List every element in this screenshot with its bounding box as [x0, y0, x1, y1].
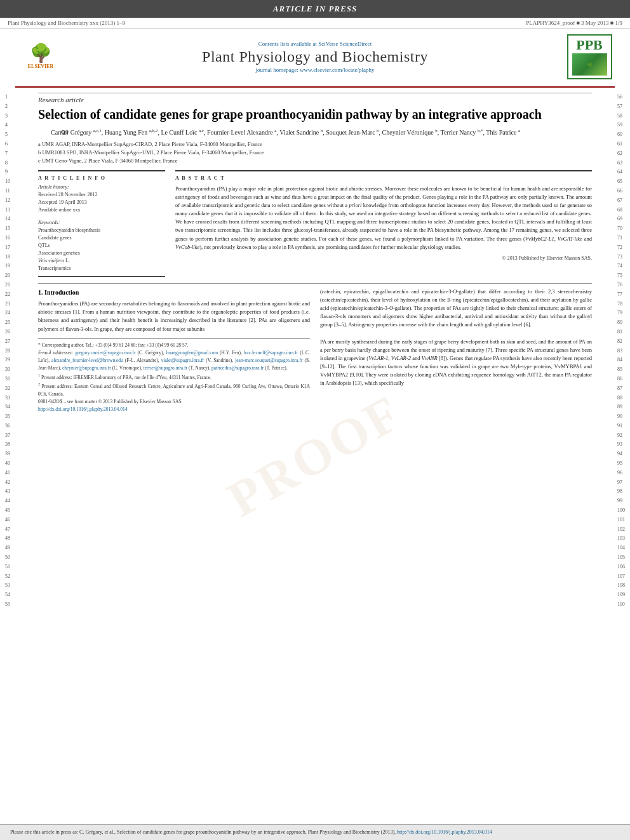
available-online: Available online xxx	[38, 206, 165, 214]
line-numbers-left: 12345 678910 1112131415 1617181920 21222…	[5, 93, 10, 610]
body-col-right: (catechin, epicatechin, epigallocatechin…	[320, 288, 592, 413]
article-type: Research article	[38, 93, 592, 103]
journal-title-area: Contents lists available at SciVerse Sci…	[66, 41, 564, 73]
homepage-prefix: journal homepage:	[256, 67, 300, 73]
article-info-box: A R T I C L E I N F O Article history: R…	[38, 170, 165, 277]
history-label: Article history:	[38, 183, 165, 191]
banner-text: ARTICLE IN PRESS	[273, 4, 357, 13]
ppb-image: 🌿	[572, 53, 607, 76]
journal-homepage: journal homepage: www.elsevier.com/locat…	[66, 67, 564, 73]
sciverse-link[interactable]: Contents lists available at SciVerse Sci…	[66, 41, 564, 47]
keyword-1: Proanthocyanidin biosynthesis	[38, 227, 165, 234]
doi-link[interactable]: http://dx.doi.org/10.1016/j.plaphy.2013.…	[38, 406, 127, 412]
authors-list: Q3 Carrier Grégory a,c,1, Huang Yung Fen…	[38, 128, 592, 138]
page: ARTICLE IN PRESS Plant Physiology and Bi…	[0, 0, 630, 840]
sciverse-prefix: Contents lists available at	[258, 41, 318, 47]
journal-header: 🌳 ELSEVIER Contents lists available at S…	[15, 31, 615, 88]
keyword-3: QTLs	[38, 242, 165, 250]
article-info-col: A R T I C L E I N F O Article history: R…	[38, 170, 165, 277]
keyword-5: Vitis vinifera L.	[38, 257, 165, 265]
affiliation-a: a UMR AGAP, INRA-Montpellier SupAgro-CIR…	[38, 140, 592, 149]
intro-para2-right: PA are mostly synthesized during the ear…	[320, 338, 592, 388]
homepage-url[interactable]: www.elsevier.com/locate/plaphy	[300, 67, 374, 73]
footnote1: 1 Present address: IFREMER Laboratory of…	[38, 372, 310, 382]
abstract-box: A B S T R A C T Proanthocyanidins (PA) p…	[175, 170, 592, 261]
sciverse-link-text[interactable]: SciVerse ScienceDirect	[318, 41, 372, 47]
keyword-6: Transcriptomics	[38, 265, 165, 272]
received-date: Received 28 November 2012	[38, 191, 165, 199]
abstract-title: A B S T R A C T	[175, 175, 592, 181]
keywords-label: Keywords:	[38, 219, 165, 227]
accepted-date: Accepted 19 April 2013	[38, 199, 165, 206]
body-two-col: 1. Introduction Proanthocyanidins (PA) a…	[38, 288, 592, 413]
ppb-label: PPB	[576, 38, 603, 52]
info-abstract-section: A R T I C L E I N F O Article history: R…	[38, 170, 592, 277]
keyword-2: Candidate genes	[38, 234, 165, 242]
elsevier-tree-icon: 🌳	[30, 44, 52, 62]
q3-badge: Q3	[61, 128, 69, 137]
main-content: PROOF 12345 678910 1112131415 1617181920…	[0, 88, 630, 824]
elsevier-label: ELSEVIER	[28, 63, 53, 69]
keyword-4: Association genetics	[38, 250, 165, 257]
proof-meta: PLAPHY3624_proof ■ 3 May 2013 ■ 1/9	[526, 20, 622, 26]
intro-para1-right: (catechin, epicatechin, epigallocatechin…	[320, 288, 592, 330]
issn-line: 0981-9428/$ – see front matter © 2013 Pu…	[38, 398, 310, 406]
citation-bar: Please cite this article in press as: C.…	[0, 824, 630, 840]
corresponding-author: * Corresponding author. Tel.: +33 (0)4 9…	[38, 342, 310, 349]
footnotes-area: * Corresponding author. Tel.: +33 (0)4 9…	[38, 338, 310, 413]
footnote2: 2 Present address: Eastern Cereal and Oi…	[38, 381, 310, 398]
authors-text: Carrier Grégory a,c,1, Huang Yung Fen a,…	[51, 129, 520, 136]
abstract-text: Proanthocyanidins (PA) play a major role…	[175, 185, 592, 251]
affiliation-b: b UMR1083 SPO, INRA-Montpellier SupAgro-…	[38, 149, 592, 157]
ppb-box: PPB 🌿	[567, 34, 612, 79]
section1-heading: 1. Introduction	[38, 288, 310, 298]
article-info-title: A R T I C L E I N F O	[38, 175, 165, 181]
section-divider	[38, 283, 592, 284]
journal-header-ref: Plant Physiology and Biochemistry xxx (2…	[8, 20, 125, 26]
keywords-section: Keywords: Proanthocyanidin biosynthesis …	[38, 219, 165, 272]
article-in-press-banner: ARTICLE IN PRESS	[0, 0, 630, 18]
affiliation-c: c UMT Geno-Vigne, 2 Place Viala, F-34060…	[38, 157, 592, 165]
abstract-col: A B S T R A C T Proanthocyanidins (PA) p…	[175, 170, 592, 277]
top-meta-bar: Plant Physiology and Biochemistry xxx (2…	[0, 18, 630, 29]
copyright-line: © 2013 Published by Elsevier Masson SAS.	[175, 255, 592, 261]
ppb-logo: PPB 🌿	[564, 31, 615, 83]
intro-para1: Proanthocyanidins (PA) are secondary met…	[38, 300, 310, 333]
citation-doi[interactable]: http://dx.doi.org/10.1016/j.plaphy.2013.…	[397, 829, 492, 835]
line-numbers-right: 5657585960 6162636465 6667686970 7172737…	[617, 93, 625, 610]
body-col-left: 1. Introduction Proanthocyanidins (PA) a…	[38, 288, 310, 413]
affiliations: a UMR AGAP, INRA-Montpellier SupAgro-CIR…	[38, 140, 592, 164]
elsevier-logo: 🌳 ELSEVIER	[15, 41, 66, 72]
journal-title: Plant Physiology and Biochemistry	[66, 48, 564, 65]
article-title: Selection of candidate genes for grape p…	[38, 106, 592, 123]
doi-line: http://dx.doi.org/10.1016/j.plaphy.2013.…	[38, 406, 310, 413]
email-addresses: E-mail addresses: gregory.carrier@supagr…	[38, 349, 310, 372]
